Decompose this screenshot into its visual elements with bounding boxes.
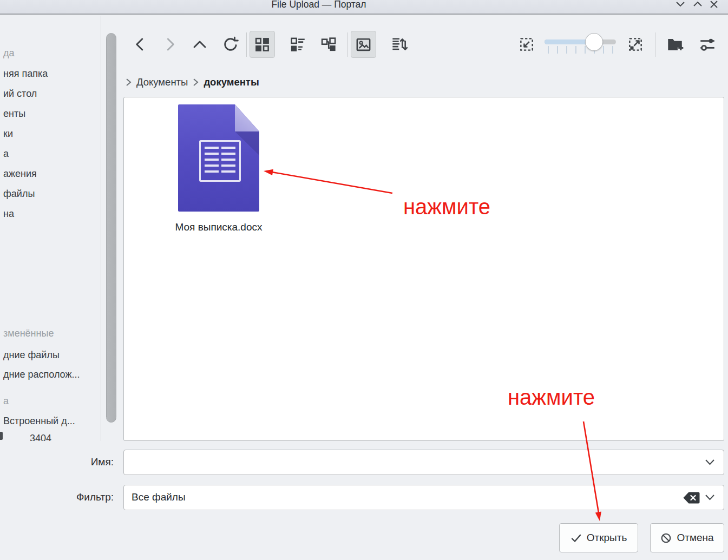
name-input[interactable]: [130, 452, 693, 472]
slider-tick: [575, 46, 576, 54]
annotation-click-open: нажмите: [508, 385, 595, 410]
doc-text-glyph: [199, 140, 241, 182]
sidebar-item-trash[interactable]: на: [3, 208, 14, 220]
breadcrumb-chevron-icon: [193, 78, 199, 87]
details-view-button[interactable]: [285, 31, 311, 58]
enlarge-icons-icon: [627, 36, 644, 53]
image-preview-icon: [355, 36, 372, 53]
disk-icon: [0, 432, 3, 440]
close-icon[interactable]: [709, 1, 719, 10]
chevron-down-icon[interactable]: [704, 458, 716, 466]
sidebar-item-downloads[interactable]: ки: [3, 128, 13, 140]
slider-tick: [557, 46, 558, 54]
clear-filter-icon[interactable]: [683, 491, 700, 504]
details-view-icon: [290, 36, 306, 53]
chevron-down-icon[interactable]: [704, 493, 716, 502]
places-section-header: да: [3, 47, 15, 59]
options-button[interactable]: [694, 31, 720, 58]
filter-label: Фильтр:: [32, 491, 114, 503]
toolbar-separator: [655, 32, 655, 57]
minimize-icon[interactable]: [675, 1, 686, 10]
back-button[interactable]: [127, 31, 153, 58]
check-icon: [570, 533, 582, 543]
sidebar-item-videos[interactable]: файлы: [3, 188, 35, 200]
sidebar-item-recent-files[interactable]: дние файлы: [3, 349, 60, 361]
cancel-button[interactable]: Отмена: [650, 523, 724, 552]
sidebar-item-pictures[interactable]: ажения: [3, 168, 37, 180]
sidebar-divider: [101, 16, 101, 441]
slider-tick: [603, 46, 604, 54]
options-sliders-icon: [698, 35, 717, 54]
open-button[interactable]: Открыть: [559, 523, 638, 552]
slider-tick: [548, 46, 549, 54]
sort-button[interactable]: [386, 31, 412, 58]
filter-combobox[interactable]: Все файлы: [123, 485, 724, 510]
devices-section-header: а: [3, 395, 9, 407]
sidebar-item-drive-clipped[interactable]: 3404: [30, 432, 51, 441]
open-button-label: Открыть: [587, 532, 627, 544]
sidebar-item-documents[interactable]: енты: [3, 108, 25, 120]
annotation-click-file: нажмите: [403, 195, 490, 219]
name-combobox[interactable]: [123, 450, 724, 475]
toolbar-separator: [246, 32, 247, 57]
forward-button[interactable]: [157, 31, 182, 58]
breadcrumb: Документы документы: [126, 75, 259, 89]
filter-value: Все файлы: [132, 491, 186, 503]
enlarge-icons-button[interactable]: [622, 31, 648, 58]
chevron-up-icon: [191, 36, 208, 52]
recent-section-header: зменённые: [3, 327, 54, 339]
tree-view-button[interactable]: [316, 31, 342, 58]
cancel-icon: [660, 532, 672, 544]
refresh-icon: [222, 36, 239, 53]
places-panel: да няя папка ий стол енты ки а ажения фа…: [0, 16, 101, 441]
sort-icon: [391, 36, 408, 53]
new-folder-icon: [666, 35, 684, 54]
sidebar-item-music[interactable]: а: [3, 148, 9, 160]
sidebar-scrollbar[interactable]: [106, 33, 116, 423]
docx-file-icon[interactable]: [178, 104, 259, 212]
sidebar-item-recent-locations[interactable]: дние располож...: [3, 368, 80, 380]
window-title: File Upload — Портал: [262, 0, 376, 13]
new-folder-button[interactable]: [662, 31, 687, 58]
doc-fold: [235, 104, 259, 131]
slider-tick: [612, 46, 613, 54]
file-name-label[interactable]: Моя выписка.docx: [151, 221, 286, 233]
icon-view-button[interactable]: [250, 31, 275, 58]
name-label: Имя:: [32, 456, 114, 468]
preview-toggle-button[interactable]: [351, 31, 376, 58]
up-button[interactable]: [187, 31, 212, 58]
file-list-view[interactable]: Моя выписка.docx: [123, 97, 724, 441]
breadcrumb-chevron-icon[interactable]: [126, 78, 132, 87]
shrink-icons-icon: [518, 36, 535, 53]
sidebar-item-home[interactable]: няя папка: [3, 68, 48, 80]
slider-tick: [566, 46, 567, 54]
sidebar-item-desktop[interactable]: ий стол: [3, 88, 37, 100]
toolbar-separator: [347, 32, 348, 57]
refresh-button[interactable]: [218, 31, 243, 58]
shrink-icons-button[interactable]: [514, 31, 539, 58]
zoom-slider[interactable]: [545, 39, 616, 44]
tree-view-icon: [320, 36, 337, 53]
maximize-icon[interactable]: [692, 1, 703, 10]
file-upload-dialog: File Upload — Портал да няя папка ий сто…: [0, 0, 728, 560]
zoom-slider-handle[interactable]: [585, 33, 603, 51]
titlebar[interactable]: File Upload — Портал: [0, 0, 728, 15]
breadcrumb-segment-current[interactable]: документы: [204, 76, 259, 88]
cancel-button-label: Отмена: [677, 532, 713, 544]
slider-tick: [585, 46, 586, 54]
icon-view-icon: [254, 36, 271, 53]
chevron-right-icon: [162, 36, 178, 52]
breadcrumb-segment-documents[interactable]: Документы: [136, 76, 188, 88]
sidebar-item-internal-drive[interactable]: Встроенный д...: [3, 415, 75, 427]
chevron-left-icon: [132, 36, 148, 52]
